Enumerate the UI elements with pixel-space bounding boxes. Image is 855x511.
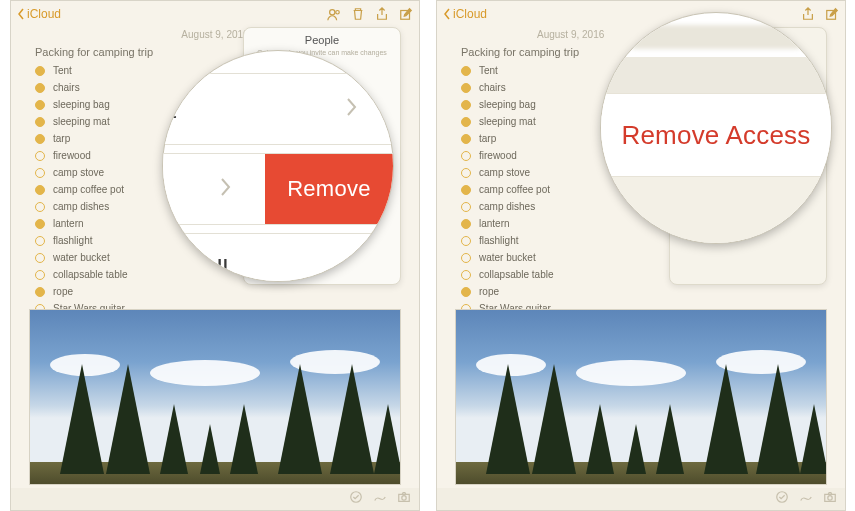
checkbox-icon[interactable] xyxy=(461,134,471,144)
svg-point-9 xyxy=(828,496,832,500)
checklist-label: Tent xyxy=(53,65,72,76)
svg-point-7 xyxy=(777,492,788,503)
checkbox-icon[interactable] xyxy=(35,117,45,127)
popover-title: People xyxy=(244,28,400,49)
checklist-label: tarp xyxy=(479,133,496,144)
zoom-lens-remove-access: Remove Access xyxy=(600,12,832,244)
checklist-label: water bucket xyxy=(479,252,536,263)
back-button[interactable]: iCloud xyxy=(17,7,61,21)
note-photo xyxy=(29,309,401,485)
checkbox-icon[interactable] xyxy=(35,168,45,178)
checklist-label: camp coffee pot xyxy=(479,184,550,195)
bottom-bar xyxy=(437,488,845,510)
remove-label: Remove xyxy=(287,176,371,202)
checkbox-icon[interactable] xyxy=(461,287,471,297)
checkbox-icon[interactable] xyxy=(461,83,471,93)
remove-access-label[interactable]: Remove Access xyxy=(621,120,810,151)
top-bar: iCloud xyxy=(437,1,845,27)
sketch-icon[interactable] xyxy=(799,490,813,508)
share-icon[interactable] xyxy=(375,7,389,21)
checklist-label: Tent xyxy=(479,65,498,76)
checkbox-icon[interactable] xyxy=(35,270,45,280)
checkbox-icon[interactable] xyxy=(461,66,471,76)
section-gap xyxy=(601,57,831,93)
bottom-bar xyxy=(11,488,419,510)
back-label: iCloud xyxy=(27,7,61,21)
checkbox-icon[interactable] xyxy=(35,287,45,297)
checklist-label: chairs xyxy=(53,82,80,93)
chevron-right-icon xyxy=(219,177,231,201)
checklist-label: camp dishes xyxy=(479,201,535,212)
trash-icon[interactable] xyxy=(351,7,365,21)
checklist-label: firewood xyxy=(53,150,91,161)
checkbox-icon[interactable] xyxy=(461,202,471,212)
checkbox-icon[interactable] xyxy=(35,134,45,144)
checkbox-icon[interactable] xyxy=(461,117,471,127)
checkbox-icon[interactable] xyxy=(461,100,471,110)
checklist-label: flashlight xyxy=(53,235,92,246)
checklist-label: water bucket xyxy=(53,252,110,263)
checklist-label: rope xyxy=(53,286,73,297)
checklist-label: sleeping bag xyxy=(479,99,536,110)
checkbox-icon[interactable] xyxy=(35,202,45,212)
people-icon[interactable] xyxy=(327,7,341,21)
svg-point-1 xyxy=(336,11,340,15)
camera-icon[interactable] xyxy=(397,490,411,508)
checklist-label: chairs xyxy=(479,82,506,93)
checklist-label: rope xyxy=(479,286,499,297)
compose-icon[interactable] xyxy=(399,7,413,21)
checklist-label: collapsable table xyxy=(53,269,128,280)
checkbox-icon[interactable] xyxy=(35,151,45,161)
svg-point-0 xyxy=(330,10,335,15)
camera-icon[interactable] xyxy=(823,490,837,508)
checkbox-icon[interactable] xyxy=(461,270,471,280)
checklist-label: sleeping mat xyxy=(53,116,110,127)
person-row[interactable]: t xyxy=(163,73,393,145)
checklist-label: camp stove xyxy=(53,167,104,178)
checkmark-icon[interactable] xyxy=(349,490,363,508)
checklist-label: lantern xyxy=(479,218,510,229)
checklist-label: flashlight xyxy=(479,235,518,246)
checkbox-icon[interactable] xyxy=(461,236,471,246)
share-icon[interactable] xyxy=(801,7,815,21)
checklist-label: sleeping mat xyxy=(479,116,536,127)
note-photo xyxy=(455,309,827,485)
checkbox-icon[interactable] xyxy=(461,253,471,263)
back-label: iCloud xyxy=(453,7,487,21)
checklist-label: tarp xyxy=(53,133,70,144)
checkbox-icon[interactable] xyxy=(35,100,45,110)
back-button[interactable]: iCloud xyxy=(443,7,487,21)
checkbox-icon[interactable] xyxy=(461,151,471,161)
svg-point-3 xyxy=(351,492,362,503)
checklist-label: lantern xyxy=(53,218,84,229)
chevron-right-icon xyxy=(345,97,357,121)
checkbox-icon[interactable] xyxy=(35,236,45,246)
checkbox-icon[interactable] xyxy=(35,219,45,229)
checklist-item[interactable]: rope xyxy=(451,283,831,300)
svg-point-5 xyxy=(402,496,406,500)
checklist-label: sleeping bag xyxy=(53,99,110,110)
blurred-header xyxy=(629,25,803,49)
checklist-item[interactable]: rope xyxy=(25,283,405,300)
checkbox-icon[interactable] xyxy=(461,168,471,178)
checkbox-icon[interactable] xyxy=(35,66,45,76)
checklist-label: firewood xyxy=(479,150,517,161)
checklist-label: camp coffee pot xyxy=(53,184,124,195)
zoom-lens-remove: t Remove dwell xyxy=(162,50,394,282)
checklist-label: camp stove xyxy=(479,167,530,178)
checklist-label: camp dishes xyxy=(53,201,109,212)
compose-icon[interactable] xyxy=(825,7,839,21)
remove-access-row[interactable]: Remove Access xyxy=(601,93,831,177)
remove-button[interactable]: Remove xyxy=(265,154,393,224)
top-bar: iCloud xyxy=(11,1,419,27)
checkbox-icon[interactable] xyxy=(35,83,45,93)
checklist-label: collapsable table xyxy=(479,269,554,280)
checkbox-icon[interactable] xyxy=(35,185,45,195)
checkbox-icon[interactable] xyxy=(461,219,471,229)
checkbox-icon[interactable] xyxy=(461,185,471,195)
checkbox-icon[interactable] xyxy=(35,253,45,263)
sketch-icon[interactable] xyxy=(373,490,387,508)
checkmark-icon[interactable] xyxy=(775,490,789,508)
person-row-swiped[interactable]: Remove xyxy=(163,153,393,225)
